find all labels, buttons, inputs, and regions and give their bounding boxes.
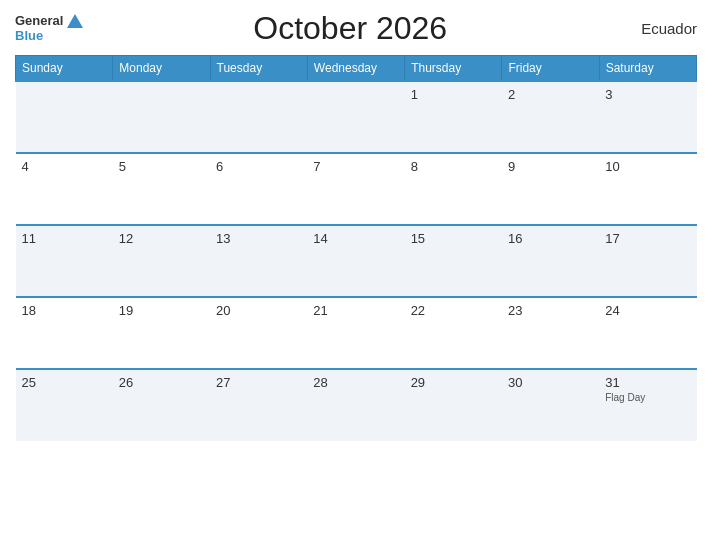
header-tuesday: Tuesday	[210, 56, 307, 82]
calendar-day-cell: 12	[113, 225, 210, 297]
country-label: Ecuador	[617, 20, 697, 37]
day-number: 15	[411, 231, 425, 246]
day-number: 26	[119, 375, 133, 390]
calendar-day-cell: 23	[502, 297, 599, 369]
calendar-day-cell: 9	[502, 153, 599, 225]
calendar-day-cell: 17	[599, 225, 696, 297]
day-number: 4	[22, 159, 29, 174]
header-sunday: Sunday	[16, 56, 113, 82]
logo-general-text: General	[15, 14, 63, 28]
day-number: 9	[508, 159, 515, 174]
header-monday: Monday	[113, 56, 210, 82]
calendar-week-row: 11121314151617	[16, 225, 697, 297]
calendar-day-cell: 15	[405, 225, 502, 297]
day-number: 18	[22, 303, 36, 318]
calendar-day-cell: 30	[502, 369, 599, 441]
day-number: 14	[313, 231, 327, 246]
calendar-table: Sunday Monday Tuesday Wednesday Thursday…	[15, 55, 697, 441]
day-number: 3	[605, 87, 612, 102]
header-wednesday: Wednesday	[307, 56, 404, 82]
calendar-title: October 2026	[83, 10, 617, 47]
calendar-day-cell: 8	[405, 153, 502, 225]
day-number: 29	[411, 375, 425, 390]
calendar-day-cell: 22	[405, 297, 502, 369]
day-number: 21	[313, 303, 327, 318]
calendar-day-cell: 28	[307, 369, 404, 441]
calendar-day-cell	[16, 81, 113, 153]
day-number: 17	[605, 231, 619, 246]
calendar-day-cell: 19	[113, 297, 210, 369]
logo: General Blue	[15, 14, 83, 43]
day-number: 5	[119, 159, 126, 174]
day-number: 12	[119, 231, 133, 246]
day-number: 6	[216, 159, 223, 174]
day-number: 24	[605, 303, 619, 318]
calendar-day-cell: 1	[405, 81, 502, 153]
calendar-day-cell: 6	[210, 153, 307, 225]
day-number: 31	[605, 375, 619, 390]
day-number: 2	[508, 87, 515, 102]
day-number: 7	[313, 159, 320, 174]
calendar-week-row: 18192021222324	[16, 297, 697, 369]
calendar-day-cell: 25	[16, 369, 113, 441]
calendar-day-cell: 26	[113, 369, 210, 441]
day-number: 19	[119, 303, 133, 318]
calendar-day-cell: 7	[307, 153, 404, 225]
day-number: 25	[22, 375, 36, 390]
day-number: 22	[411, 303, 425, 318]
calendar-week-row: 25262728293031Flag Day	[16, 369, 697, 441]
calendar-week-row: 123	[16, 81, 697, 153]
calendar-day-cell: 16	[502, 225, 599, 297]
calendar-day-cell: 31Flag Day	[599, 369, 696, 441]
day-number: 23	[508, 303, 522, 318]
calendar-week-row: 45678910	[16, 153, 697, 225]
calendar-day-cell: 4	[16, 153, 113, 225]
logo-blue-text: Blue	[15, 29, 83, 43]
calendar-day-cell	[210, 81, 307, 153]
day-number: 16	[508, 231, 522, 246]
calendar-day-cell: 11	[16, 225, 113, 297]
calendar-day-cell: 5	[113, 153, 210, 225]
header-friday: Friday	[502, 56, 599, 82]
weekday-header-row: Sunday Monday Tuesday Wednesday Thursday…	[16, 56, 697, 82]
calendar-day-cell: 21	[307, 297, 404, 369]
page: General Blue October 2026 Ecuador Sunday…	[0, 0, 712, 550]
day-number: 8	[411, 159, 418, 174]
calendar-day-cell: 2	[502, 81, 599, 153]
calendar-day-cell: 24	[599, 297, 696, 369]
calendar-day-cell: 20	[210, 297, 307, 369]
header-saturday: Saturday	[599, 56, 696, 82]
logo-triangle-icon	[67, 14, 83, 28]
calendar-day-cell: 10	[599, 153, 696, 225]
header-thursday: Thursday	[405, 56, 502, 82]
calendar-day-cell	[307, 81, 404, 153]
day-number: 1	[411, 87, 418, 102]
day-number: 11	[22, 231, 36, 246]
calendar-day-cell: 13	[210, 225, 307, 297]
calendar-day-cell: 14	[307, 225, 404, 297]
calendar-day-cell: 3	[599, 81, 696, 153]
day-event-label: Flag Day	[605, 392, 690, 403]
calendar-day-cell: 18	[16, 297, 113, 369]
day-number: 20	[216, 303, 230, 318]
day-number: 13	[216, 231, 230, 246]
day-number: 27	[216, 375, 230, 390]
day-number: 28	[313, 375, 327, 390]
calendar-day-cell	[113, 81, 210, 153]
header: General Blue October 2026 Ecuador	[15, 10, 697, 47]
day-number: 30	[508, 375, 522, 390]
calendar-day-cell: 29	[405, 369, 502, 441]
calendar-day-cell: 27	[210, 369, 307, 441]
day-number: 10	[605, 159, 619, 174]
